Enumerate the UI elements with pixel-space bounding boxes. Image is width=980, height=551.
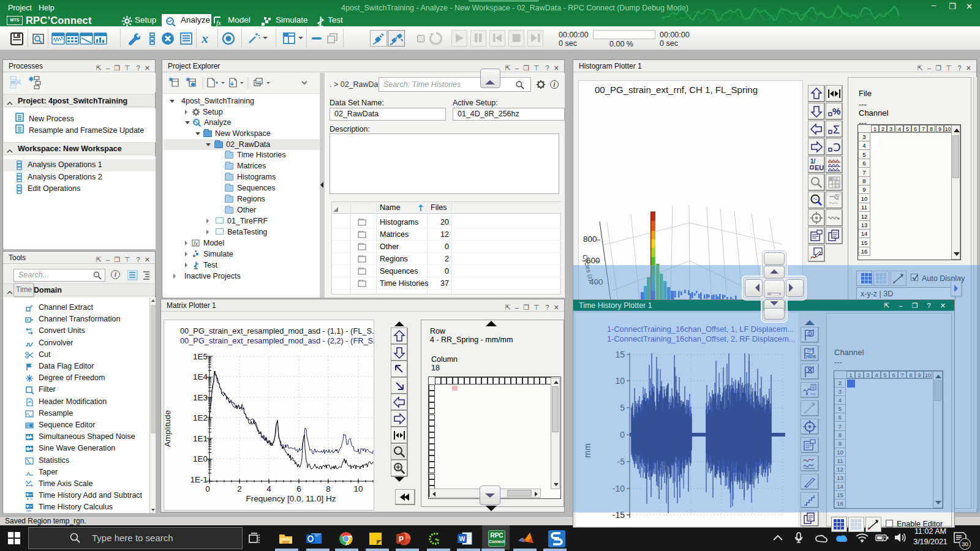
svg-text:Ↄ: Ↄ [833,141,841,154]
svg-text:x: x [201,32,208,45]
svg-text:1E1: 1E1 [193,434,208,443]
svg-text:0: 0 [205,484,210,493]
svg-text:✱: ✱ [28,75,34,83]
svg-text:1E2: 1E2 [193,413,208,422]
svg-text:Σ: Σ [833,124,840,136]
svg-text:✱: ✱ [168,77,173,83]
svg-text:00_PG_strain_ext_resampled_mod: 00_PG_strain_ext_resampled_mod_asd - (1,… [180,326,374,335]
svg-text:1E3: 1E3 [193,393,208,402]
svg-text:8: 8 [326,484,331,493]
svg-text:4: 4 [266,484,271,493]
svg-text:1E-1: 1E-1 [190,475,208,484]
svg-text:10: 10 [353,484,363,493]
svg-text:6: 6 [296,484,301,493]
svg-text:5: 5 [30,328,32,331]
svg-text:∫dx: ∫dx [26,509,32,512]
svg-text:1E4: 1E4 [193,372,208,381]
svg-text:✱: ✱ [186,77,190,83]
svg-text:2: 2 [237,484,242,493]
svg-text:Frequency [0.0, 11.0] Hz: Frequency [0.0, 11.0] Hz [246,494,336,503]
svg-text:%: % [832,106,840,116]
svg-text:00_PG_strain_ext_rnf, CH 1, FL: 00_PG_strain_ext_rnf, CH 1, FL_Spring [595,84,758,95]
svg-text:90°: 90° [835,193,841,198]
svg-text:EU: EU [815,164,824,171]
svg-text:fx: fx [216,19,221,26]
svg-text:1E5: 1E5 [193,352,208,361]
svg-text:1E0: 1E0 [193,454,208,463]
svg-text:fx: fx [194,241,198,247]
svg-text:00_PG_strain_ext_resampled_mod: 00_PG_strain_ext_resampled_mod_asd - (2,… [180,336,374,345]
svg-text:W: W [459,535,466,542]
svg-text:P: P [399,535,404,544]
svg-text:-1..3: -1..3 [833,184,839,188]
svg-text:800: 800 [583,234,597,244]
svg-text:Amplitude: Amplitude [164,410,172,447]
